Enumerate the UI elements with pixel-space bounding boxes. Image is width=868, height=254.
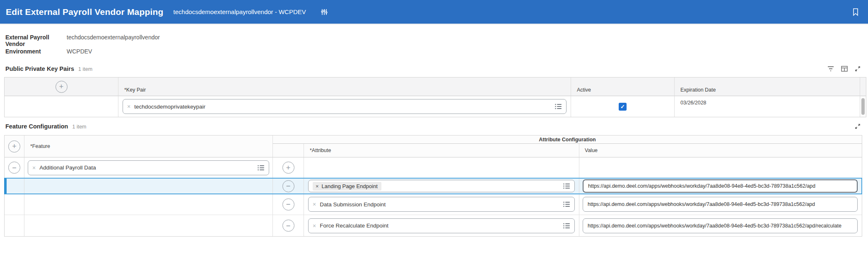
active-checkbox[interactable]: ✓: [619, 103, 627, 111]
clear-icon[interactable]: ×: [313, 201, 316, 208]
feature-configuration-table: + *Feature Attribute Configuration *Attr…: [4, 135, 862, 237]
prompt-icon[interactable]: [555, 104, 562, 109]
attribute-chip[interactable]: × Landing Page Endpoint: [313, 182, 381, 191]
attribute-value: Landing Page Endpoint: [322, 183, 378, 189]
key-pair-input[interactable]: × techdocsdemoprivatekeypair: [123, 99, 567, 114]
row-feature-spacer: [24, 194, 273, 215]
add-feature-row-button[interactable]: +: [8, 140, 20, 152]
row-action-spacer: [5, 215, 24, 236]
attribute-input[interactable]: × Landing Page Endpoint: [308, 180, 575, 192]
clear-icon[interactable]: ×: [32, 164, 36, 171]
feature-input[interactable]: × Additional Payroll Data: [28, 160, 269, 175]
feature-cell: × Additional Payroll Data: [24, 157, 273, 178]
attribute-cell: × Force Recalculate Endpoint: [304, 215, 579, 236]
selected-row-action-spacer: [5, 178, 24, 194]
grid-view-icon[interactable]: [841, 65, 848, 72]
feature-config-item-count: 1 item: [72, 124, 86, 130]
clear-icon[interactable]: ×: [313, 223, 316, 229]
value-text: https://api.demo.deel.com/apps/webhooks/…: [588, 223, 841, 229]
vendor-field-row: External Payroll Vendor techdocsdemoexte…: [5, 34, 160, 47]
key-pairs-table: + *Key Pair Active Expiration Date × tec…: [4, 77, 866, 117]
prompt-icon[interactable]: [257, 165, 265, 171]
key-pair-row-action-cell: [5, 96, 118, 117]
environment-field-row: Environment WCPDEV: [5, 48, 92, 55]
key-pairs-item-count: 1 item: [78, 66, 92, 72]
filter-icon[interactable]: [827, 65, 835, 72]
vendor-label: External Payroll Vendor: [5, 34, 67, 47]
check-icon: ✓: [620, 104, 625, 110]
feature-column-header: *Feature: [24, 135, 273, 157]
key-pairs-section-header: Public Private Key Pairs 1 item: [5, 65, 92, 72]
key-pairs-scrollbar[interactable]: [860, 96, 866, 117]
expiration-date-column-header: Expiration Date: [675, 77, 860, 96]
value-cell: https://api.demo.deel.com/apps/webhooks/…: [579, 178, 862, 194]
row-action-spacer: [5, 194, 24, 215]
environment-value: WCPDEV: [67, 48, 92, 55]
value-cell: https://api.demo.deel.com/apps/webhooks/…: [579, 194, 862, 215]
value-input[interactable]: https://api.demo.deel.com/apps/webhooks/…: [583, 218, 858, 233]
attribute-add-cell: +: [273, 157, 304, 178]
attribute-row-action-cell: −: [273, 215, 304, 236]
value-input[interactable]: https://api.demo.deel.com/apps/webhooks/…: [583, 179, 858, 193]
attribute-column-header: *Attribute: [304, 144, 579, 157]
vendor-value: techdocsdemoexternalpayrollvendor: [67, 34, 160, 41]
attribute-input[interactable]: × Force Recalculate Endpoint: [308, 218, 575, 233]
edit-external-payroll-vendor-mapping-page: Edit External Payroll Vendor Mapping tec…: [0, 0, 868, 254]
attribute-action-header-cell: [273, 144, 304, 157]
key-pairs-section-title: Public Private Key Pairs: [5, 65, 74, 72]
key-pairs-toolbar: [827, 65, 861, 73]
page-subtitle: techdocsdemoexternalpayrollvendor - WCPD…: [174, 8, 306, 15]
value-cell: https://api.demo.deel.com/apps/webhooks/…: [579, 215, 862, 236]
header-divider: [0, 24, 868, 24]
value-empty-cell: [579, 157, 862, 178]
key-pair-column-header: *Key Pair: [118, 77, 571, 96]
expand-icon[interactable]: [854, 123, 861, 130]
related-actions-icon[interactable]: [320, 8, 328, 16]
attribute-input[interactable]: × Data Submission Endpoint: [308, 197, 575, 212]
prompt-icon[interactable]: [563, 223, 570, 229]
remove-attribute-row-button[interactable]: −: [282, 180, 294, 192]
key-pair-value: techdocsdemoprivatekeypair: [134, 104, 205, 110]
attribute-empty-cell: [304, 157, 579, 178]
remove-attribute-row-button[interactable]: −: [282, 220, 294, 232]
page-title: Edit External Payroll Vendor Mapping: [6, 7, 164, 17]
feature-add-header-cell: +: [5, 135, 24, 157]
key-pair-cell: × techdocsdemoprivatekeypair: [118, 96, 571, 117]
attribute-row-action-cell: −: [273, 178, 304, 194]
expiration-date-cell: 03/26/2028: [675, 96, 860, 117]
remove-attribute-row-button[interactable]: −: [282, 198, 294, 210]
active-cell: ✓: [571, 96, 675, 117]
expand-icon[interactable]: [854, 65, 861, 73]
prompt-icon[interactable]: [563, 183, 570, 189]
value-text: https://api.demo.deel.com/apps/webhooks/…: [588, 201, 815, 207]
value-column-header: Value: [579, 144, 862, 157]
attribute-configuration-group-header: Attribute Configuration: [273, 135, 862, 144]
clear-icon[interactable]: ×: [316, 183, 319, 189]
selected-row-feature-spacer: [24, 178, 273, 194]
attribute-cell: × Landing Page Endpoint: [304, 178, 579, 194]
attribute-row-action-cell: −: [273, 194, 304, 215]
feature-config-toolbar: [854, 123, 861, 130]
feature-config-section-header: Feature Configuration 1 item: [5, 123, 87, 130]
page-header: Edit External Payroll Vendor Mapping tec…: [0, 0, 868, 24]
key-pairs-scrollbar-header-cell: [860, 77, 866, 96]
feature-value: Additional Payroll Data: [39, 164, 96, 171]
feature-config-section-title: Feature Configuration: [5, 123, 68, 130]
add-attribute-row-button[interactable]: +: [282, 162, 294, 174]
feature-row-action-cell: −: [5, 157, 24, 178]
key-pairs-add-header-cell: +: [5, 77, 118, 96]
environment-label: Environment: [5, 48, 67, 55]
attribute-cell: × Data Submission Endpoint: [304, 194, 579, 215]
value-text: https://api.demo.deel.com/apps/webhooks/…: [588, 183, 815, 189]
row-feature-spacer: [24, 215, 273, 236]
remove-feature-row-button[interactable]: −: [8, 162, 20, 174]
bookmark-icon[interactable]: [851, 7, 860, 17]
active-column-header: Active: [571, 77, 675, 96]
prompt-icon[interactable]: [563, 201, 570, 207]
add-key-pair-button[interactable]: +: [55, 81, 68, 93]
attribute-value: Force Recalculate Endpoint: [320, 223, 388, 229]
value-input[interactable]: https://api.demo.deel.com/apps/webhooks/…: [583, 197, 858, 212]
attribute-value: Data Submission Endpoint: [320, 201, 386, 208]
scrollbar-thumb[interactable]: [861, 98, 865, 115]
clear-icon[interactable]: ×: [127, 103, 130, 110]
